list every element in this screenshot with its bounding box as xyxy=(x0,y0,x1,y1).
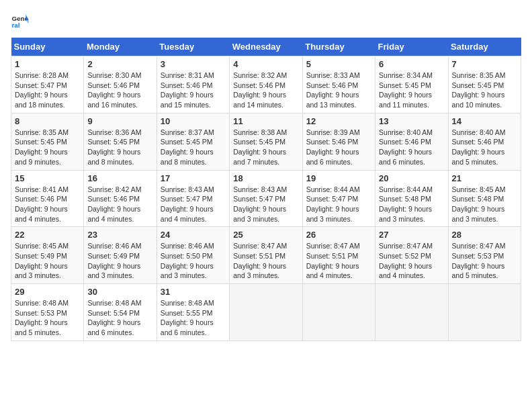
table-row xyxy=(375,284,448,341)
table-row: 23Sunrise: 8:46 AMSunset: 5:49 PMDayligh… xyxy=(84,227,157,284)
header-cell-tuesday: Tuesday xyxy=(157,38,229,56)
table-row: 10Sunrise: 8:37 AMSunset: 5:45 PMDayligh… xyxy=(157,113,229,170)
table-row: 17Sunrise: 8:43 AMSunset: 5:47 PMDayligh… xyxy=(157,170,229,227)
table-row: 2Sunrise: 8:30 AMSunset: 5:46 PMDaylight… xyxy=(84,56,157,113)
page-header: Gene ral xyxy=(11,11,521,30)
calendar-week-4: 22Sunrise: 8:45 AMSunset: 5:49 PMDayligh… xyxy=(11,227,521,284)
table-row: 22Sunrise: 8:45 AMSunset: 5:49 PMDayligh… xyxy=(11,227,84,284)
table-row: 31Sunrise: 8:48 AMSunset: 5:55 PMDayligh… xyxy=(157,284,229,341)
table-row: 18Sunrise: 8:43 AMSunset: 5:47 PMDayligh… xyxy=(230,170,302,227)
table-row: 6Sunrise: 8:34 AMSunset: 5:45 PMDaylight… xyxy=(375,56,448,113)
header-cell-wednesday: Wednesday xyxy=(230,38,302,56)
header-cell-saturday: Saturday xyxy=(448,38,521,56)
table-row: 9Sunrise: 8:36 AMSunset: 5:45 PMDaylight… xyxy=(84,113,157,170)
svg-text:ral: ral xyxy=(11,21,19,29)
header-cell-thursday: Thursday xyxy=(302,38,375,56)
calendar-week-5: 29Sunrise: 8:48 AMSunset: 5:53 PMDayligh… xyxy=(11,284,521,341)
table-row: 24Sunrise: 8:46 AMSunset: 5:50 PMDayligh… xyxy=(157,227,229,284)
table-row: 29Sunrise: 8:48 AMSunset: 5:53 PMDayligh… xyxy=(11,284,84,341)
table-row: 26Sunrise: 8:47 AMSunset: 5:51 PMDayligh… xyxy=(302,227,375,284)
header-row: SundayMondayTuesdayWednesdayThursdayFrid… xyxy=(11,38,521,56)
table-row: 27Sunrise: 8:47 AMSunset: 5:52 PMDayligh… xyxy=(375,227,448,284)
table-row: 8Sunrise: 8:35 AMSunset: 5:45 PMDaylight… xyxy=(11,113,84,170)
table-row: 28Sunrise: 8:47 AMSunset: 5:53 PMDayligh… xyxy=(448,227,521,284)
table-row: 21Sunrise: 8:45 AMSunset: 5:48 PMDayligh… xyxy=(448,170,521,227)
table-row: 7Sunrise: 8:35 AMSunset: 5:45 PMDaylight… xyxy=(448,56,521,113)
header-cell-sunday: Sunday xyxy=(11,38,84,56)
table-row: 19Sunrise: 8:44 AMSunset: 5:47 PMDayligh… xyxy=(302,170,375,227)
table-row: 12Sunrise: 8:39 AMSunset: 5:46 PMDayligh… xyxy=(302,113,375,170)
calendar-week-3: 15Sunrise: 8:41 AMSunset: 5:46 PMDayligh… xyxy=(11,170,521,227)
table-row xyxy=(448,284,521,341)
table-row: 11Sunrise: 8:38 AMSunset: 5:45 PMDayligh… xyxy=(230,113,302,170)
calendar-week-2: 8Sunrise: 8:35 AMSunset: 5:45 PMDaylight… xyxy=(11,113,521,170)
table-row: 16Sunrise: 8:42 AMSunset: 5:46 PMDayligh… xyxy=(84,170,157,227)
header-cell-monday: Monday xyxy=(84,38,157,56)
logo: Gene ral xyxy=(11,11,32,30)
table-row: 20Sunrise: 8:44 AMSunset: 5:48 PMDayligh… xyxy=(375,170,448,227)
table-row: 5Sunrise: 8:33 AMSunset: 5:46 PMDaylight… xyxy=(302,56,375,113)
table-row: 30Sunrise: 8:48 AMSunset: 5:54 PMDayligh… xyxy=(84,284,157,341)
table-row: 3Sunrise: 8:31 AMSunset: 5:46 PMDaylight… xyxy=(157,56,229,113)
header-cell-friday: Friday xyxy=(375,38,448,56)
table-row xyxy=(230,284,302,341)
table-row: 14Sunrise: 8:40 AMSunset: 5:46 PMDayligh… xyxy=(448,113,521,170)
logo-icon: Gene ral xyxy=(11,11,30,30)
table-row xyxy=(302,284,375,341)
calendar-week-1: 1Sunrise: 8:28 AMSunset: 5:47 PMDaylight… xyxy=(11,56,521,113)
table-row: 15Sunrise: 8:41 AMSunset: 5:46 PMDayligh… xyxy=(11,170,84,227)
table-row: 25Sunrise: 8:47 AMSunset: 5:51 PMDayligh… xyxy=(230,227,302,284)
calendar-table: SundayMondayTuesdayWednesdayThursdayFrid… xyxy=(11,38,521,341)
table-row: 13Sunrise: 8:40 AMSunset: 5:46 PMDayligh… xyxy=(375,113,448,170)
table-row: 1Sunrise: 8:28 AMSunset: 5:47 PMDaylight… xyxy=(11,56,84,113)
table-row: 4Sunrise: 8:32 AMSunset: 5:46 PMDaylight… xyxy=(230,56,302,113)
